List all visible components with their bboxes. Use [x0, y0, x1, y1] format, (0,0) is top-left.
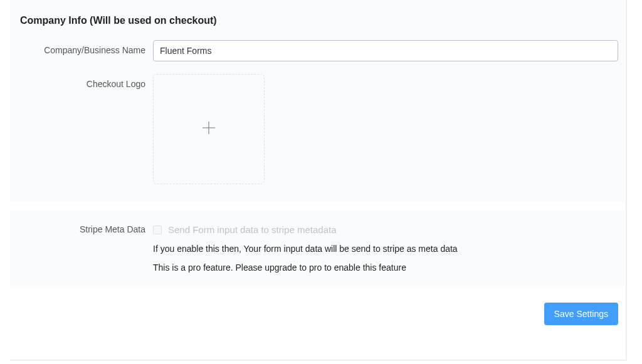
- company-name-input[interactable]: [153, 40, 618, 61]
- stripe-meta-checkbox[interactable]: [153, 226, 162, 234]
- save-settings-button[interactable]: Save Settings: [544, 303, 618, 325]
- stripe-meta-pro-notice: This is a pro feature. Please upgrade to…: [153, 263, 618, 273]
- logo-upload-box[interactable]: [153, 74, 265, 184]
- stripe-meta-description: If you enable this then, Your form input…: [153, 244, 618, 254]
- stripe-meta-checkbox-label: Send Form input data to stripe metadata: [168, 224, 336, 235]
- company-info-section: Company Info (Will be used on checkout) …: [10, 0, 624, 202]
- checkout-logo-row: Checkout Logo: [16, 74, 618, 184]
- section-title: Company Info (Will be used on checkout): [16, 15, 618, 26]
- company-name-row: Company/Business Name: [16, 40, 618, 61]
- stripe-meta-checkbox-wrap: Send Form input data to stripe metadata: [153, 224, 618, 235]
- plus-icon: [200, 119, 218, 140]
- checkout-logo-label: Checkout Logo: [16, 74, 153, 89]
- stripe-meta-label: Stripe Meta Data: [16, 224, 153, 234]
- stripe-meta-section: Stripe Meta Data Send Form input data to…: [10, 211, 624, 286]
- company-name-label: Company/Business Name: [16, 40, 153, 55]
- footer-actions: Save Settings: [10, 295, 624, 336]
